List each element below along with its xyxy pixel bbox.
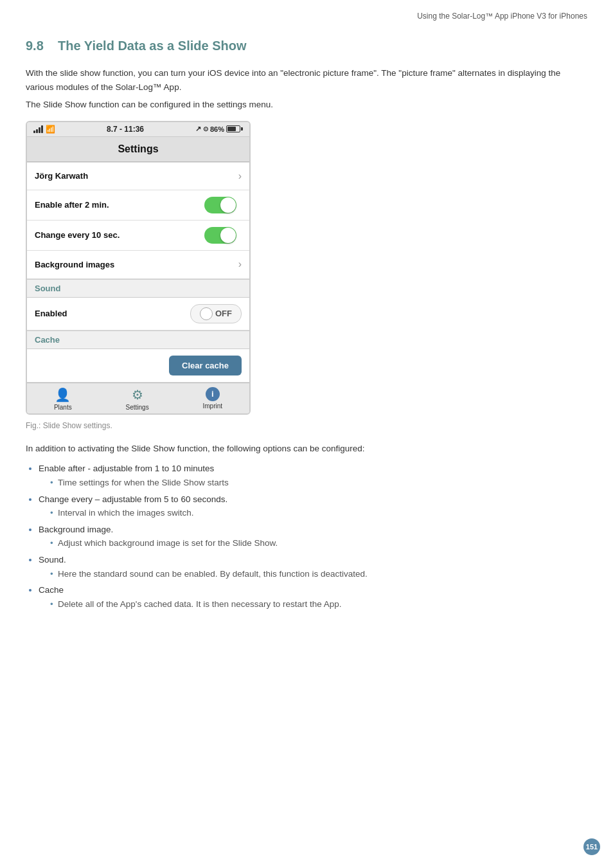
circle-icon: ⊙ (203, 125, 208, 132)
settings-label-change: Change every 10 sec. (35, 230, 120, 240)
clear-cache-row: Clear cache (27, 349, 249, 383)
chevron-icon-jorg: › (238, 170, 242, 182)
bullet-item-0: Enable after - adjustable from 1 to 10 m… (39, 462, 587, 489)
status-bar-time: 8.7 - 11:36 (107, 125, 144, 134)
bullet-item-1: Change every – adjustable from 5 to 60 s… (39, 493, 587, 520)
intro-paragraph-2: The Slide Show function can be configure… (26, 98, 587, 112)
settings-label-enabled: Enabled (35, 309, 67, 318)
settings-title: Settings (118, 143, 158, 154)
fig-caption: Fig.: Slide Show settings. (26, 421, 587, 430)
off-toggle-button[interactable]: OFF (190, 304, 242, 323)
tab-settings-label: Settings (126, 404, 149, 411)
bullet-item-2: Background image. Adjust which backgroun… (39, 523, 587, 550)
section-number: 9.8 (26, 39, 44, 53)
sub-bullet-list-4: Delete all of the App's cached data. It … (51, 597, 587, 611)
off-label: OFF (215, 309, 232, 318)
sub-bullet-list-0: Time settings for when the Slide Show st… (51, 476, 587, 490)
page-number: 151 (583, 838, 600, 855)
section-title: The Yield Data as a Slide Show (58, 39, 246, 53)
toggle-track-change[interactable] (204, 227, 236, 244)
header-text: Using the Solar-Log™ App iPhone V3 for i… (417, 12, 587, 21)
tab-plants[interactable]: 👤 Plants (54, 387, 72, 411)
status-bar-left: 📶 (33, 125, 55, 134)
imprint-info-icon: i (206, 387, 220, 401)
settings-row-enable[interactable]: Enable after 2 min. (27, 190, 249, 221)
settings-row-jorg[interactable]: Jörg Karwath › (27, 162, 249, 190)
sub-bullet-list-3: Here the standard sound can be enabled. … (51, 567, 587, 581)
battery-icon (226, 125, 243, 132)
section-label-cache: Cache (35, 335, 60, 345)
bullet-item-4: Cache Delete all of the App's cached dat… (39, 583, 587, 611)
battery-percent: 86% (210, 125, 224, 133)
toggle-track-enable[interactable] (204, 197, 236, 213)
signal-icon (33, 125, 43, 133)
toggle-change[interactable] (204, 227, 242, 244)
off-circle (200, 307, 213, 320)
sub-bullet-list-1: Interval in which the images switch. (51, 506, 587, 520)
tab-plants-label: Plants (54, 404, 72, 411)
tab-settings[interactable]: ⚙ Settings (126, 387, 149, 411)
intro-paragraph-1: With the slide show function, you can tu… (26, 66, 587, 94)
plants-icon: 👤 (55, 387, 71, 402)
status-bar: 📶 8.7 - 11:36 ↗ ⊙ 86% (27, 122, 249, 137)
settings-label-background: Background images (35, 260, 114, 269)
section-heading: 9.8 The Yield Data as a Slide Show (26, 39, 587, 53)
content-section: In addition to activating the Slide Show… (26, 442, 587, 611)
section-header-cache: Cache (27, 330, 249, 349)
iphone-mockup: 📶 8.7 - 11:36 ↗ ⊙ 86% Sett (26, 121, 251, 415)
wifi-icon: 📶 (46, 125, 55, 134)
body-text-main: In addition to activating the Slide Show… (26, 442, 587, 456)
settings-list: Jörg Karwath › Enable after 2 min. Chang… (27, 162, 249, 383)
settings-label-enable: Enable after 2 min. (35, 200, 109, 210)
clear-cache-button[interactable]: Clear cache (169, 356, 242, 375)
settings-label-jorg: Jörg Karwath (35, 171, 88, 181)
sub-bullet-1-0: Interval in which the images switch. (51, 506, 587, 520)
page-header: Using the Solar-Log™ App iPhone V3 for i… (417, 12, 587, 21)
bottom-tabbar: 👤 Plants ⚙ Settings i Imprint (27, 383, 249, 413)
status-bar-right: ↗ ⊙ 86% (195, 125, 243, 133)
section-label-sound: Sound (35, 284, 60, 293)
bullet-item-3: Sound. Here the standard sound can be en… (39, 553, 587, 581)
tab-imprint[interactable]: i Imprint (203, 387, 223, 411)
tab-imprint-label: Imprint (203, 402, 223, 410)
sub-bullet-3-0: Here the standard sound can be enabled. … (51, 567, 587, 581)
settings-titlebar: Settings (27, 137, 249, 162)
settings-row-background[interactable]: Background images › (27, 251, 249, 279)
sub-bullet-list-2: Adjust which background image is set for… (51, 536, 587, 550)
toggle-thumb-enable (220, 197, 236, 213)
section-header-sound: Sound (27, 279, 249, 298)
location-icon: ↗ (195, 125, 201, 133)
main-bullet-list: Enable after - adjustable from 1 to 10 m… (39, 462, 587, 611)
settings-row-enabled[interactable]: Enabled OFF (27, 298, 249, 330)
settings-gear-icon: ⚙ (132, 387, 143, 402)
sub-bullet-4-0: Delete all of the App's cached data. It … (51, 597, 587, 611)
toggle-enable[interactable] (204, 197, 242, 213)
chevron-icon-background: › (238, 258, 242, 270)
off-toggle[interactable]: OFF (190, 304, 242, 323)
sub-bullet-0-0: Time settings for when the Slide Show st… (51, 476, 587, 490)
toggle-thumb-change (220, 228, 236, 243)
sub-bullet-2-0: Adjust which background image is set for… (51, 536, 587, 550)
settings-row-change[interactable]: Change every 10 sec. (27, 221, 249, 251)
